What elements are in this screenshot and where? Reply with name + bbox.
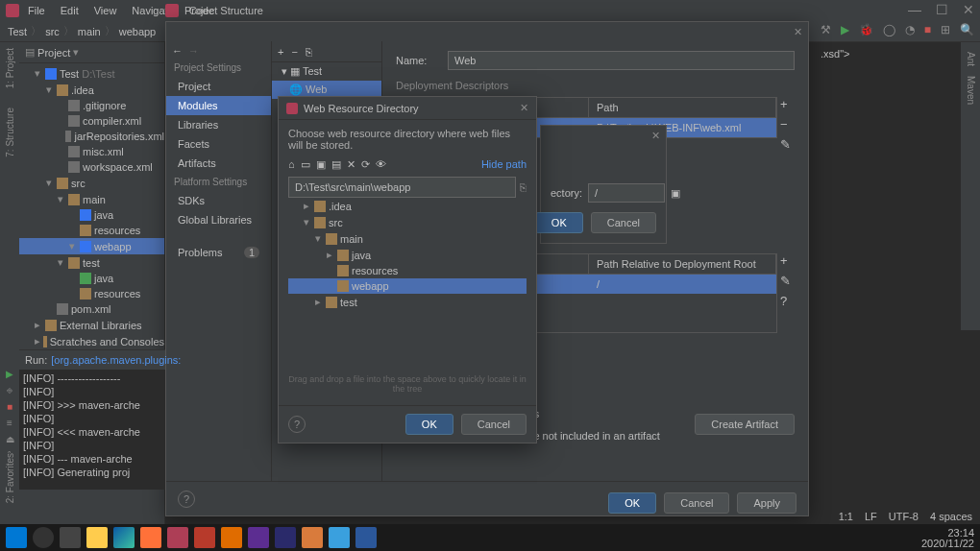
firefox-icon[interactable] — [140, 527, 161, 548]
back-icon[interactable]: ← — [172, 45, 183, 57]
tree-item[interactable]: ▸Scratches and Consoles — [19, 333, 164, 349]
run-target[interactable]: [org.apache.maven.plugins: — [51, 354, 181, 366]
attach-icon[interactable]: ⎆ — [7, 385, 12, 395]
add-icon[interactable]: + — [780, 97, 791, 111]
tree-item[interactable]: webapp — [288, 278, 527, 294]
dir-input[interactable] — [588, 183, 665, 203]
project-tree[interactable]: ▾Test D:\Test▾.idea.gitignorecompiler.xm… — [19, 63, 164, 351]
help-icon[interactable]: ? — [178, 491, 195, 508]
tree-item[interactable]: resources — [19, 223, 164, 238]
sidebar-item-project[interactable]: Project — [166, 77, 271, 96]
search-icon[interactable] — [33, 527, 54, 548]
edge-icon[interactable] — [113, 527, 135, 548]
sidebar-item-sdks[interactable]: SDKs — [166, 191, 271, 210]
start-icon[interactable] — [6, 527, 27, 548]
hammer-icon[interactable]: ⚒ — [821, 23, 831, 36]
ok-button[interactable]: OK — [405, 414, 453, 435]
create-artifact-button[interactable]: Create Artifact — [695, 414, 795, 435]
hide-path-link[interactable]: Hide path — [481, 158, 527, 171]
breadcrumb-item[interactable]: webapp — [119, 26, 157, 37]
sidebar-item-global-libs[interactable]: Global Libraries — [166, 210, 271, 229]
browse-icon[interactable]: ▣ — [671, 187, 680, 200]
tree-item[interactable]: resources — [19, 286, 164, 301]
copy-icon[interactable]: ⎘ — [306, 46, 312, 58]
explorer-icon[interactable] — [86, 527, 108, 548]
remove-icon[interactable]: − — [780, 117, 791, 132]
stop-icon[interactable]: ■ — [924, 23, 931, 36]
tree-item[interactable]: ▾Test D:\Test — [19, 65, 164, 82]
help-icon[interactable]: ? — [288, 416, 306, 433]
tree-item[interactable]: ▾.idea — [19, 82, 164, 98]
edit-icon[interactable]: ✎ — [780, 137, 791, 152]
project-tab[interactable]: 1: Project — [5, 48, 15, 88]
ant-tab[interactable]: Ant — [966, 52, 976, 66]
tree-item[interactable]: ▸.idea — [288, 198, 527, 214]
refresh-icon[interactable]: ⟳ — [361, 158, 370, 171]
system-clock[interactable]: 23:142020/11/22 — [921, 528, 974, 549]
tree-item[interactable]: ▾main — [19, 191, 164, 207]
close-icon[interactable]: ✕ — [961, 2, 976, 17]
newfolder-icon[interactable]: ▤ — [331, 158, 341, 171]
tree-item[interactable]: ▾main — [288, 230, 527, 247]
module-item[interactable]: ▾ ▦ Test — [272, 62, 381, 81]
sidebar-item-facets[interactable]: Facets — [166, 134, 271, 154]
vs-icon[interactable] — [248, 527, 269, 548]
breadcrumb-item[interactable]: src — [45, 26, 60, 37]
app-icon[interactable] — [275, 527, 296, 548]
sidebar-item-artifacts[interactable]: Artifacts — [166, 154, 271, 173]
pause-icon[interactable]: ≡ — [7, 418, 12, 428]
close-icon[interactable]: ✕ — [794, 26, 802, 38]
rerun-icon[interactable]: ▶ — [6, 369, 13, 379]
tree-item[interactable]: ▸External Libraries — [19, 317, 164, 333]
structure-tab[interactable]: 7: Structure — [5, 108, 15, 157]
ok-button[interactable]: OK — [608, 492, 656, 514]
add-icon[interactable]: + — [780, 253, 791, 268]
sidebar-item-libraries[interactable]: Libraries — [166, 115, 271, 134]
layout-icon[interactable]: ⊞ — [941, 23, 950, 36]
ok-button[interactable]: OK — [535, 212, 583, 233]
cancel-button[interactable]: Cancel — [461, 414, 527, 435]
tree-item[interactable]: java — [19, 271, 164, 286]
tree-item[interactable]: ▸java — [288, 247, 527, 263]
tree-item[interactable]: resources — [288, 263, 527, 278]
word-icon[interactable] — [355, 527, 377, 548]
sidebar-item-modules[interactable]: Modules — [166, 96, 271, 115]
project-icon[interactable]: ▣ — [316, 158, 326, 171]
tree-item[interactable]: .gitignore — [19, 98, 164, 113]
menu-view[interactable]: View — [87, 2, 124, 19]
menu-edit[interactable]: Edit — [54, 2, 86, 19]
line-ending[interactable]: LF — [865, 511, 877, 522]
tree-item[interactable]: workspace.xml — [19, 159, 164, 175]
debug-icon[interactable]: 🐞 — [859, 23, 873, 36]
indent[interactable]: 4 spaces — [930, 511, 972, 522]
sidebar-item-problems[interactable]: Problems 1 — [166, 243, 271, 262]
cancel-button[interactable]: Cancel — [591, 212, 656, 233]
minimize-icon[interactable]: — — [907, 2, 922, 17]
tree-item[interactable]: java — [19, 207, 164, 223]
encoding[interactable]: UTF-8 — [889, 511, 919, 522]
taskview-icon[interactable] — [60, 527, 81, 548]
add-icon[interactable]: + — [278, 46, 283, 58]
tree-item[interactable]: ▾src — [19, 175, 164, 191]
breadcrumb-item[interactable]: main — [78, 26, 101, 37]
showhidden-icon[interactable]: 👁 — [376, 158, 386, 171]
stop-icon[interactable]: ■ — [7, 401, 12, 412]
forward-icon[interactable]: → — [188, 45, 199, 57]
delete-icon[interactable]: ✕ — [347, 158, 355, 171]
tree-item[interactable]: pom.xml — [19, 301, 164, 317]
tree-item[interactable]: jarRepositories.xml — [19, 129, 164, 144]
remove-icon[interactable]: − — [291, 46, 297, 58]
app-icon[interactable] — [194, 527, 215, 548]
path-input[interactable] — [288, 177, 516, 198]
tree-item[interactable]: ▾src — [288, 214, 527, 230]
exit-icon[interactable]: ⏏ — [6, 434, 14, 444]
home-icon[interactable]: ⌂ — [288, 158, 295, 171]
search-icon[interactable]: 🔍 — [960, 23, 974, 36]
tree-item[interactable]: ▾webapp — [19, 238, 164, 254]
tree-item[interactable]: ▾test — [19, 254, 164, 271]
cancel-button[interactable]: Cancel — [664, 492, 729, 514]
tree-item[interactable]: compiler.xml — [19, 113, 164, 129]
directory-tree[interactable]: ▸.idea▾src▾main▸javaresourceswebapp▸test — [288, 198, 527, 371]
breadcrumb-item[interactable]: Test — [8, 26, 27, 37]
maven-tab[interactable]: Maven — [966, 76, 976, 105]
